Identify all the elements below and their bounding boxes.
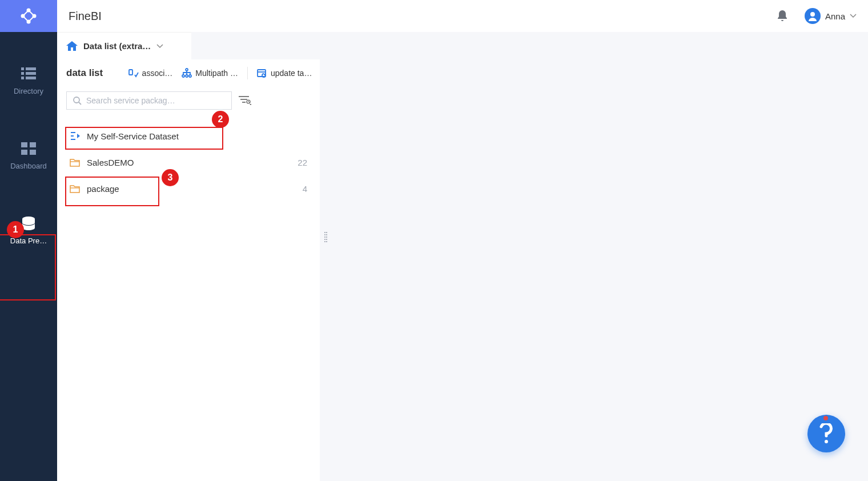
annotation-badge-1: 1 — [7, 221, 24, 238]
breadcrumb[interactable]: Data list (extra… — [57, 32, 191, 59]
chevron-down-icon — [850, 14, 857, 18]
dataset-count: 22 — [298, 158, 307, 167]
annotation-badge-2: 2 — [212, 111, 229, 128]
action-label: update task… — [271, 69, 315, 78]
avatar-icon — [805, 8, 821, 24]
home-icon — [66, 41, 78, 51]
panel-title: data list — [66, 67, 103, 79]
svg-rect-10 — [21, 72, 24, 75]
action-label: associ… — [142, 69, 173, 78]
nav-directory[interactable]: Directory — [0, 55, 57, 107]
divider — [247, 67, 248, 79]
panel-resize-handle[interactable] — [324, 232, 328, 244]
folder-icon — [70, 185, 82, 193]
svg-line-4 — [23, 10, 29, 16]
sidebar: Directory Dashboard — [0, 0, 57, 481]
svg-point-37 — [825, 440, 828, 443]
svg-rect-8 — [21, 67, 24, 70]
svg-rect-17 — [30, 150, 36, 155]
nav-label: Directory — [3, 87, 54, 95]
svg-line-30 — [79, 102, 81, 105]
multipath-button[interactable]: Multipath … — [182, 68, 238, 78]
svg-point-21 — [810, 12, 815, 17]
user-name: Anna — [825, 11, 845, 21]
chevron-down-icon — [156, 44, 163, 49]
search-box — [66, 91, 232, 110]
svg-point-26 — [189, 75, 191, 77]
annotation-badge-3: 3 — [162, 169, 179, 186]
content-area — [320, 59, 868, 481]
svg-rect-14 — [21, 142, 27, 147]
svg-rect-9 — [26, 67, 36, 70]
filter-button[interactable] — [239, 95, 251, 106]
svg-rect-11 — [26, 72, 36, 75]
search-input[interactable] — [86, 96, 226, 105]
svg-line-6 — [23, 16, 29, 22]
dataset-label: package — [87, 184, 303, 194]
svg-rect-22 — [129, 70, 132, 75]
svg-rect-15 — [30, 142, 36, 147]
calendar-refresh-icon — [257, 68, 267, 78]
svg-rect-13 — [26, 77, 36, 79]
grid-icon — [21, 141, 36, 156]
app-title: FineBI — [69, 10, 102, 23]
dataset-my-self-service[interactable]: My Self-Service Dataset — [66, 126, 311, 146]
self-service-icon — [70, 131, 82, 141]
folder-icon — [70, 158, 82, 167]
notification-dot — [823, 416, 828, 420]
notifications-button[interactable] — [777, 10, 787, 22]
user-menu[interactable]: Anna — [805, 8, 857, 24]
svg-point-25 — [186, 75, 188, 77]
action-label: Multipath … — [195, 69, 238, 78]
update-task-button[interactable]: update task… — [257, 68, 315, 78]
breadcrumb-label: Data list (extra… — [83, 41, 151, 51]
dataset-label: SalesDEMO — [87, 158, 298, 167]
nav-label: Dashboard — [3, 162, 54, 170]
svg-rect-27 — [258, 70, 266, 77]
association-icon — [128, 68, 139, 78]
nav-dashboard[interactable]: Dashboard — [0, 130, 57, 182]
svg-point-24 — [182, 75, 184, 77]
svg-line-5 — [29, 10, 34, 16]
header: FineBI Anna — [57, 0, 868, 32]
svg-point-23 — [186, 69, 188, 71]
dataset-salesdemo[interactable]: SalesDEMO 22 — [66, 152, 311, 173]
dataset-count: 4 — [303, 184, 307, 194]
app-logo[interactable] — [0, 0, 57, 32]
svg-point-29 — [74, 97, 79, 103]
filter-icon — [239, 95, 251, 106]
search-icon — [73, 96, 82, 105]
help-button[interactable] — [807, 415, 845, 452]
dataset-package[interactable]: package 4 — [66, 178, 311, 199]
svg-point-20 — [22, 221, 35, 225]
svg-rect-12 — [21, 77, 24, 79]
hierarchy-icon — [182, 68, 192, 78]
svg-rect-16 — [21, 150, 27, 155]
list-icon — [21, 66, 36, 81]
dataset-label: My Self-Service Dataset — [87, 131, 307, 141]
nav-label: Data Pre… — [3, 237, 54, 245]
association-view-button[interactable]: associ… — [128, 68, 173, 78]
svg-line-7 — [29, 16, 34, 22]
